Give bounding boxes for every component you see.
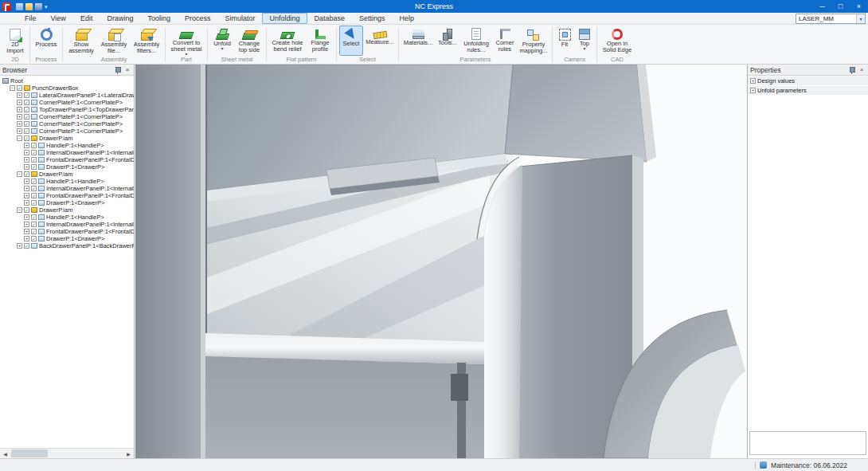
expand-icon[interactable]: + [17,121,22,127]
tree-item[interactable]: − ✓ DrawerP.iam [0,206,134,214]
tools-button[interactable]: Tools... [436,26,459,56]
tree-item[interactable]: − ✓ PunchDrawerBox [0,84,134,92]
expand-icon[interactable]: + [24,222,29,227]
tree-item[interactable]: + ✓ BackDrawerPanelP:1<BackDrawerPanelP> [0,242,134,249]
collapse-icon[interactable]: − [17,135,22,141]
lower-drawer-front-3d[interactable] [205,356,484,458]
menu-database[interactable]: Database [307,13,353,24]
tree-item[interactable]: + ✓ CornerPlateP:1<CornerPlateP> [0,113,134,120]
collapse-icon[interactable]: − [10,85,15,91]
convert-to-sheet-metal-button[interactable]: Convert to sheet metal ▾ [168,26,205,56]
tree-item[interactable]: + ✓ LateralDrawerPanelP:1<LateralDrawerP… [0,92,134,99]
checkbox[interactable]: ✓ [17,85,22,91]
tree-item[interactable]: + ✓ FrontalDrawerPanelP:1<FrontalDrawerP… [0,192,134,199]
panel-close-icon[interactable]: × [858,66,866,74]
open-in-solid-edge-button[interactable]: Open in Solid Edge [600,26,635,56]
expand-icon[interactable]: + [17,128,22,134]
unfold-button[interactable]: Unfold ▾ [210,26,234,56]
scroll-left-icon[interactable]: ◀ [0,449,10,458]
measure-button[interactable]: Measure... [364,26,396,56]
3d-viewport[interactable] [135,65,746,458]
expand-icon[interactable]: + [24,236,29,241]
combobox-dropdown-icon[interactable]: ▾ [856,14,865,23]
expand-icon[interactable]: + [750,78,756,84]
menu-settings[interactable]: Settings [352,13,393,24]
checkbox[interactable]: ✓ [24,135,29,141]
change-top-side-button[interactable]: Change top side [235,26,264,56]
menu-view[interactable]: View [44,13,73,24]
checkbox[interactable]: ✓ [31,193,37,198]
expand-icon[interactable]: + [17,114,22,120]
tree-item[interactable]: + ✓ CornerPlateP:1<CornerPlateP> [0,99,134,106]
checkbox[interactable]: ✓ [31,164,37,170]
checkbox[interactable]: ✓ [31,186,37,191]
properties-group-design-values[interactable]: + Design values [748,77,868,86]
checkbox[interactable]: ✓ [31,214,37,220]
scroll-right-icon[interactable]: ▶ [123,449,134,458]
checkbox[interactable]: ✓ [24,100,29,105]
expand-icon[interactable]: + [24,186,29,191]
checkbox[interactable]: ✓ [31,229,37,234]
top-view-button[interactable]: Top ▾ [575,26,594,56]
tree-item[interactable]: + ✓ DrawerP:1<DrawerP> [0,163,134,171]
tree-item[interactable]: + ✓ InternalDrawerPanelP:1<InternalDrawe… [0,149,134,156]
unfolding-rules-button[interactable]: Unfolding rules... [460,26,492,56]
checkbox[interactable]: ✓ [31,236,37,241]
checkbox[interactable]: ✓ [31,150,37,155]
tree-item[interactable]: + ✓ CornerPlateP:1<CornerPlateP> [0,120,134,128]
tree-item[interactable]: + ✓ InternalDrawerPanelP:1<InternalDrawe… [0,185,134,192]
expand-icon[interactable]: + [750,88,756,93]
properties-group-unfold-parameters[interactable]: + Unfold parameters [748,86,868,96]
browser-horizontal-scrollbar[interactable]: ◀ ▶ [0,448,134,458]
qat-icon-3[interactable] [35,3,42,10]
minimize-button[interactable]: ─ [813,0,831,13]
create-hole-bend-relief-button[interactable]: Create hole bend relief [269,26,306,56]
tree-item[interactable]: + ✓ CornerPlateP:1<CornerPlateP> [0,128,134,135]
menu-drawing[interactable]: Drawing [100,13,140,24]
expand-icon[interactable]: + [24,143,29,148]
checkbox[interactable]: ✓ [31,222,37,227]
checkbox[interactable]: ✓ [31,143,37,148]
flange-profile-button[interactable]: Flange profile [307,26,334,56]
tree-item[interactable]: − ✓ DrawerP.iam [0,171,134,178]
scrollbar-track[interactable] [10,449,123,458]
qat-icon-1[interactable] [16,3,23,10]
viewport-3d-scene[interactable] [135,65,746,458]
qat-dropdown-icon[interactable]: ▾ [45,3,48,10]
select-button[interactable]: Select [339,26,363,56]
checkbox[interactable]: ✓ [24,171,29,177]
panel-close-icon[interactable]: × [123,66,131,74]
machine-profile-combobox[interactable]: LASER_MM ▾ [796,14,866,24]
2d-import-button[interactable]: 2D Import [3,26,27,56]
tree-item[interactable]: + ✓ HandleP:1<HandleP> [0,178,134,185]
pin-icon[interactable] [115,66,120,74]
collapse-icon[interactable]: − [17,171,22,177]
menu-file[interactable]: File [18,13,44,24]
tree-item[interactable]: − ✓ DrawerP.iam [0,135,134,142]
lateral-drawer-panel-3d[interactable] [135,65,205,458]
close-button[interactable]: × [850,0,868,13]
assembly-filters-button[interactable]: Assembly filters... [131,26,162,56]
tree-item[interactable]: + ✓ DrawerP:1<DrawerP> [0,199,134,206]
checkbox[interactable]: ✓ [31,157,37,163]
tree-item[interactable]: + ✓ HandleP:1<HandleP> [0,142,134,149]
qat-icon-2[interactable] [25,3,33,10]
expand-icon[interactable]: + [24,214,29,220]
tree-item[interactable]: + ✓ DrawerP:1<DrawerP> [0,235,134,242]
menu-help[interactable]: Help [393,13,422,24]
expand-icon[interactable]: + [24,193,29,198]
tree-item[interactable]: + ✓ InternalDrawerPanelP:1<InternalDrawe… [0,221,134,228]
tree-item[interactable]: + ✓ FrontalDrawerPanelP:1<FrontalDrawerP… [0,228,134,235]
assembly-file-button[interactable]: Assembly file... [98,26,130,56]
menu-simulator[interactable]: Simulator [217,13,262,24]
corner-rules-button[interactable]: Corner rules [493,26,517,56]
checkbox[interactable]: ✓ [24,121,29,127]
fit-button[interactable]: Fit [555,26,574,56]
tree-item-root[interactable]: Root [0,77,134,84]
expand-icon[interactable]: + [17,107,22,112]
checkbox[interactable]: ✓ [24,243,29,249]
checkbox[interactable]: ✓ [24,128,29,134]
expand-icon[interactable]: + [24,179,29,184]
checkbox[interactable]: ✓ [31,200,37,206]
menu-process[interactable]: Process [178,13,218,24]
